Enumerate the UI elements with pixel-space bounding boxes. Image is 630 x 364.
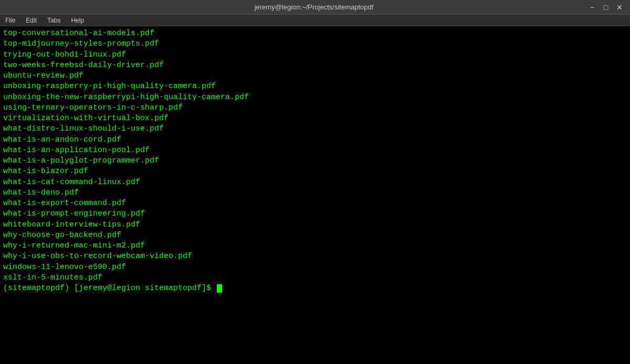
- terminal-line: using-ternary-operators-in-c-sharp.pdf: [3, 103, 627, 113]
- terminal-line: what-is-a-polyglot-programmer.pdf: [3, 156, 627, 166]
- terminal-cursor: [217, 284, 222, 293]
- terminal-line: what-is-export-command.pdf: [3, 198, 627, 209]
- terminal-line: two-weeks-freebsd-daily-driver.pdf: [3, 60, 627, 71]
- maximize-button[interactable]: □: [600, 2, 612, 13]
- terminal-line: ubuntu-review.pdf: [3, 71, 627, 81]
- terminal-line: unboxing-raspberry-pi-high-quality-camer…: [3, 81, 627, 92]
- menu-bar: File Edit Tabs Help: [0, 15, 630, 26]
- terminal-line: why-i-returned-mac-mini-m2.pdf: [3, 241, 627, 251]
- terminal-line: why-choose-go-backend.pdf: [3, 230, 627, 241]
- terminal-line: what-distro-linux-should-i-use.pdf: [3, 124, 627, 134]
- terminal-line: unboxing-the-new-raspberrypi-high-qualit…: [3, 92, 627, 103]
- menu-help[interactable]: Help: [68, 16, 87, 25]
- title-bar: jeremy@legion:~/Projects/sitemaptopdf − …: [0, 0, 630, 15]
- terminal-line: why-i-use-obs-to-record-webcam-video.pdf: [3, 251, 627, 262]
- terminal-line: what-is-an-andon-cord.pdf: [3, 135, 627, 145]
- close-button[interactable]: ✕: [613, 2, 626, 13]
- terminal-line: xslt-in-5-minutes.pdf: [3, 273, 627, 283]
- terminal-line: windows-11-lenovo-e590.pdf: [3, 262, 627, 273]
- terminal-body[interactable]: top-conversational-ai-models.pdftop-midj…: [0, 26, 630, 364]
- terminal-line: top-midjourney-styles-prompts.pdf: [3, 39, 627, 49]
- terminal-line: trying-out-bohdi-linux.pdf: [3, 50, 627, 60]
- terminal-line: virtualization-with-virtual-box.pdf: [3, 113, 627, 124]
- terminal-line: what-is-prompt-engineering.pdf: [3, 209, 627, 219]
- menu-tabs[interactable]: Tabs: [44, 16, 64, 25]
- window-controls: − □ ✕: [586, 2, 626, 13]
- minimize-button[interactable]: −: [586, 2, 598, 13]
- terminal-line: whiteboard-interview-tips.pdf: [3, 220, 627, 230]
- menu-edit[interactable]: Edit: [23, 16, 40, 25]
- menu-file[interactable]: File: [2, 16, 18, 25]
- terminal-line: what-is-deno.pdf: [3, 188, 627, 198]
- window-title: jeremy@legion:~/Projects/sitemaptopdf: [42, 3, 586, 11]
- terminal-line: what-is-an-application-pool.pdf: [3, 145, 627, 156]
- terminal-line: top-conversational-ai-models.pdf: [3, 28, 627, 39]
- terminal-prompt: (sitemaptopdf) [jeremy@legion sitemaptop…: [3, 283, 627, 294]
- terminal-line: what-is-cat-command-linux.pdf: [3, 177, 627, 188]
- terminal-line: what-is-blazor.pdf: [3, 166, 627, 177]
